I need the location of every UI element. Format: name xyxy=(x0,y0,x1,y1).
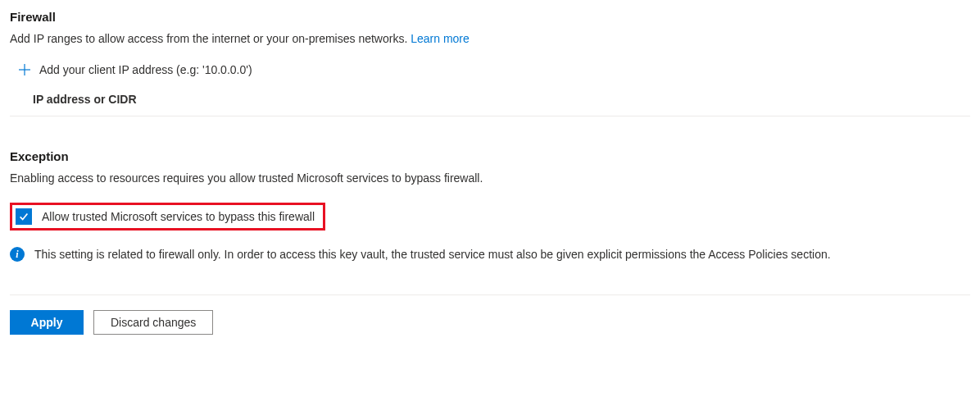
plus-icon xyxy=(18,63,31,76)
info-message: i This setting is related to firewall on… xyxy=(10,247,970,262)
ip-table-header: IP address or CIDR xyxy=(10,84,970,116)
checkbox-checked-icon xyxy=(16,208,32,225)
firewall-description-text: Add IP ranges to allow access from the i… xyxy=(10,32,411,45)
button-bar: Apply Discard changes xyxy=(10,294,970,335)
exception-title: Exception xyxy=(10,149,970,163)
firewall-title: Firewall xyxy=(10,10,970,24)
apply-button[interactable]: Apply xyxy=(10,310,84,335)
firewall-description: Add IP ranges to allow access from the i… xyxy=(10,32,970,45)
learn-more-link[interactable]: Learn more xyxy=(411,32,470,45)
discard-button[interactable]: Discard changes xyxy=(93,310,213,335)
allow-trusted-services-checkbox[interactable]: Allow trusted Microsoft services to bypa… xyxy=(16,208,315,225)
add-client-ip-button[interactable]: Add your client IP address (e.g: '10.0.0… xyxy=(10,57,970,84)
highlighted-checkbox-container: Allow trusted Microsoft services to bypa… xyxy=(10,203,325,231)
exception-description: Enabling access to resources requires yo… xyxy=(10,171,970,185)
add-client-ip-label: Add your client IP address (e.g: '10.0.0… xyxy=(39,63,252,76)
info-icon: i xyxy=(10,247,25,262)
checkbox-label: Allow trusted Microsoft services to bypa… xyxy=(42,210,315,223)
info-text: This setting is related to firewall only… xyxy=(34,248,831,261)
exception-section: Exception Enabling access to resources r… xyxy=(10,149,970,262)
firewall-section: Firewall Add IP ranges to allow access f… xyxy=(10,10,970,116)
